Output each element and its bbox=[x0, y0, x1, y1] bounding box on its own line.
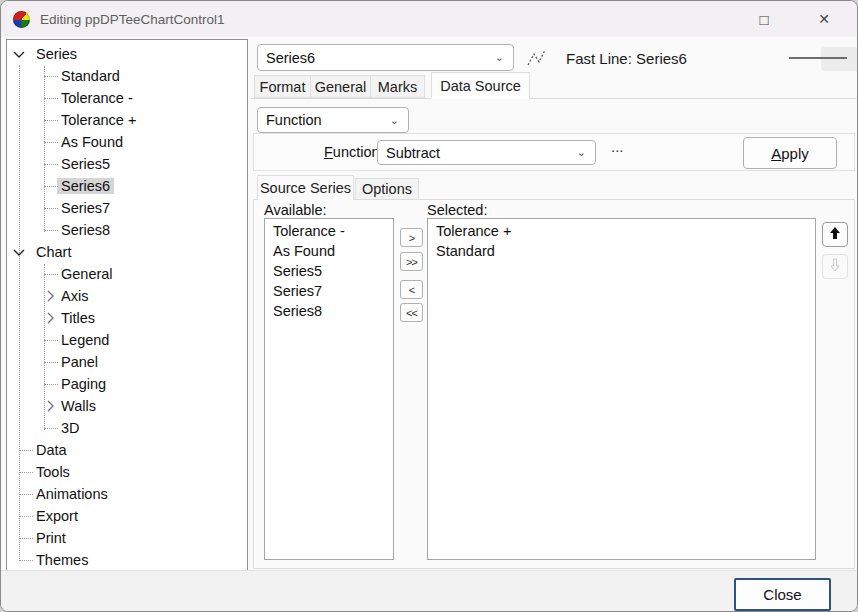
selected-listbox[interactable]: Tolerance + Standard bbox=[427, 218, 816, 560]
tab-general[interactable]: General bbox=[310, 75, 371, 98]
tab-marks[interactable]: Marks bbox=[370, 75, 425, 98]
sidebar-item-series7[interactable]: Series7 bbox=[7, 197, 247, 219]
sidebar-item-paging[interactable]: Paging bbox=[7, 373, 247, 395]
window-close-button[interactable]: ✕ bbox=[801, 1, 847, 37]
list-item[interactable]: Series7 bbox=[265, 281, 393, 301]
more-options-button[interactable]: ... bbox=[611, 138, 624, 155]
sidebar-item-as-found[interactable]: As Found bbox=[7, 131, 247, 153]
dialog-window: Editing ppDPTeeChartControl1 □ ✕ Series … bbox=[0, 0, 858, 612]
sidebar-item-titles[interactable]: Titles bbox=[7, 307, 247, 329]
move-up-button[interactable] bbox=[822, 222, 848, 247]
list-item[interactable]: Tolerance - bbox=[265, 221, 393, 241]
titlebar: Editing ppDPTeeChartControl1 □ ✕ bbox=[1, 1, 857, 37]
sidebar-item-print[interactable]: Print bbox=[7, 527, 247, 549]
tab-options[interactable]: Options bbox=[355, 178, 419, 200]
window-title: Editing ppDPTeeChartControl1 bbox=[40, 12, 225, 27]
available-listbox[interactable]: Tolerance - As Found Series5 Series7 Ser… bbox=[264, 218, 394, 560]
chevron-down-icon[interactable] bbox=[12, 47, 26, 61]
tab-source-series[interactable]: Source Series bbox=[257, 175, 354, 200]
close-button[interactable]: Close bbox=[734, 578, 831, 611]
sidebar-item-export[interactable]: Export bbox=[7, 505, 247, 527]
series-selector-combo[interactable]: Series6 ⌄ bbox=[257, 44, 514, 71]
selected-tree-item: Series6 bbox=[57, 178, 114, 194]
settings-tree: Series Standard Tolerance - Tolerance + … bbox=[6, 39, 248, 571]
functions-strip: Functions: Subtract ⌄ ... Apply bbox=[253, 133, 855, 171]
chevron-down-icon: ⌄ bbox=[577, 146, 586, 159]
list-item[interactable]: Standard bbox=[428, 241, 815, 261]
chevron-right-icon[interactable] bbox=[43, 311, 57, 325]
chevron-right-icon[interactable] bbox=[43, 399, 57, 413]
sidebar-item-panel[interactable]: Panel bbox=[7, 351, 247, 373]
apply-button[interactable]: Apply bbox=[743, 137, 837, 169]
source-series-page: Available: Selected: Tolerance - As Foun… bbox=[253, 199, 855, 569]
sidebar-item-3d[interactable]: 3D bbox=[7, 417, 247, 439]
move-all-left-button[interactable]: << bbox=[400, 303, 423, 322]
series-type-label: Fast Line: Series6 bbox=[566, 50, 687, 67]
chevron-right-icon[interactable] bbox=[43, 289, 57, 303]
move-down-button-disabled bbox=[822, 254, 848, 279]
sidebar-item-series6-selected[interactable]: Series6 bbox=[7, 175, 247, 197]
move-right-button[interactable]: > bbox=[400, 228, 423, 247]
editor-panel: Series6 ⌄ Fast Line: Series6 Format Gene… bbox=[251, 39, 857, 571]
function-combo[interactable]: Subtract ⌄ bbox=[377, 140, 596, 165]
sidebar-item-general[interactable]: General bbox=[7, 263, 247, 285]
sidebar-item-tools[interactable]: Tools bbox=[7, 461, 247, 483]
sidebar-item-data[interactable]: Data bbox=[7, 439, 247, 461]
line-style-sample bbox=[789, 57, 847, 59]
list-item[interactable]: As Found bbox=[265, 241, 393, 261]
source-tab-strip: Source Series Options bbox=[253, 176, 855, 200]
sidebar-item-tolerance-plus[interactable]: Tolerance + bbox=[7, 109, 247, 131]
sidebar-item-series5[interactable]: Series5 bbox=[7, 153, 247, 175]
chevron-down-icon[interactable] bbox=[12, 245, 26, 259]
arrow-down-icon bbox=[828, 258, 842, 276]
move-left-button[interactable]: < bbox=[400, 280, 423, 299]
tab-data-source[interactable]: Data Source bbox=[431, 72, 530, 99]
close-icon: ✕ bbox=[818, 11, 830, 27]
line-style-preview[interactable] bbox=[821, 47, 857, 71]
sidebar-item-axis[interactable]: Axis bbox=[7, 285, 247, 307]
sidebar-item-chart[interactable]: Chart bbox=[7, 241, 247, 263]
tab-format[interactable]: Format bbox=[254, 75, 311, 98]
fast-line-series-icon bbox=[526, 47, 552, 73]
sidebar-item-tolerance-minus[interactable]: Tolerance - bbox=[7, 87, 247, 109]
app-icon bbox=[13, 11, 30, 28]
sidebar-item-series[interactable]: Series bbox=[7, 43, 247, 65]
maximize-button[interactable]: □ bbox=[741, 1, 787, 37]
move-all-right-button[interactable]: >> bbox=[400, 252, 423, 271]
chevron-down-icon: ⌄ bbox=[495, 51, 504, 64]
sidebar-item-standard[interactable]: Standard bbox=[7, 65, 247, 87]
sidebar-item-animations[interactable]: Animations bbox=[7, 483, 247, 505]
chevron-down-icon: ⌄ bbox=[390, 114, 399, 127]
arrow-up-icon bbox=[828, 226, 842, 244]
list-item[interactable]: Tolerance + bbox=[428, 221, 815, 241]
selected-label: Selected: bbox=[427, 202, 487, 218]
available-label: Available: bbox=[264, 202, 327, 218]
maximize-icon: □ bbox=[759, 11, 768, 28]
datasource-mode-combo[interactable]: Function ⌄ bbox=[257, 107, 409, 133]
sidebar-item-walls[interactable]: Walls bbox=[7, 395, 247, 417]
list-item[interactable]: Series8 bbox=[265, 301, 393, 321]
footer-bar: Close bbox=[1, 570, 857, 611]
sidebar-item-themes[interactable]: Themes bbox=[7, 549, 247, 571]
list-item[interactable]: Series5 bbox=[265, 261, 393, 281]
sidebar-item-legend[interactable]: Legend bbox=[7, 329, 247, 351]
main-tab-strip: Format General Marks Data Source bbox=[251, 73, 857, 99]
sidebar-item-series8[interactable]: Series8 bbox=[7, 219, 247, 241]
